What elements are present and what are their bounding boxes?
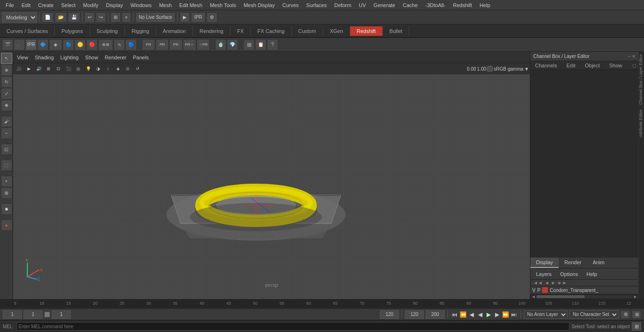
workspace-selector[interactable]: Modeling: [2, 12, 37, 23]
shelf-rs-bowl[interactable]: 🍵: [215, 39, 226, 50]
layer-horizontal-scrollbar[interactable]: ◄ ►: [530, 294, 638, 299]
range-max-input[interactable]: [426, 310, 445, 319]
vp-cam-icon[interactable]: 🎥: [14, 64, 24, 73]
menu-file[interactable]: File: [2, 1, 18, 9]
vp-menu-view[interactable]: View: [15, 54, 30, 61]
mel-input[interactable]: [17, 322, 570, 331]
rotate-tool-btn[interactable]: ↻: [1, 76, 12, 88]
vp-wire-icon[interactable]: ⊡: [54, 64, 63, 73]
tab-redshift[interactable]: Redshift: [350, 26, 383, 36]
vp-shadow-icon[interactable]: ◑: [93, 64, 103, 73]
shelf-pr-btn-2[interactable]: PR: [156, 39, 169, 50]
universal-tool-btn[interactable]: ✥: [1, 100, 12, 111]
shelf-btn-9[interactable]: ≋≋: [98, 39, 113, 50]
menu-help[interactable]: Help: [476, 1, 494, 9]
tab-xgen[interactable]: XGen: [323, 26, 350, 36]
tab-rendering[interactable]: Rendering: [193, 26, 231, 36]
menu-curves[interactable]: Curves: [279, 1, 303, 9]
shelf-pr-btn-1[interactable]: PR: [142, 39, 155, 50]
menu-3dtoall[interactable]: -3DtoAll-: [421, 1, 449, 9]
frame-current-input[interactable]: [24, 310, 42, 319]
ipr-btn[interactable]: IPR: [191, 12, 206, 23]
select-tool-btn[interactable]: ↖: [1, 53, 12, 64]
colorspace-dropdown-icon[interactable]: ▼: [524, 66, 529, 72]
vp-menu-lighting[interactable]: Lighting: [58, 54, 81, 61]
vp-light-icon[interactable]: 💡: [83, 64, 93, 73]
scale-tool-btn[interactable]: ⤢: [1, 88, 12, 99]
history-btn[interactable]: ⏺: [1, 203, 12, 215]
pb-play-btn[interactable]: ▶: [485, 311, 492, 318]
live-surface-btn[interactable]: No Live Surface: [135, 12, 175, 23]
grid-snap-btn[interactable]: ⊞: [1, 187, 12, 199]
bottom-tool-btn[interactable]: 🔺: [1, 219, 12, 231]
menu-mesh-tools[interactable]: Mesh Tools: [206, 1, 239, 9]
scroll-track[interactable]: [537, 295, 632, 298]
cb-tab-show[interactable]: Show: [604, 61, 627, 70]
show-hide-btn[interactable]: ◱: [1, 144, 12, 155]
snap-btn[interactable]: +: [1, 176, 12, 187]
tab-custom[interactable]: Custom: [292, 26, 323, 36]
menu-select[interactable]: Select: [58, 1, 80, 9]
open-file-btn[interactable]: 📂: [55, 12, 67, 23]
pb-step-back-btn[interactable]: ◀: [468, 311, 475, 318]
menu-uv[interactable]: UV: [355, 1, 370, 9]
dra-tab-display[interactable]: Display: [530, 258, 559, 268]
layer-scroll-left2[interactable]: ◄: [544, 280, 550, 285]
shelf-btn-3[interactable]: IPR: [25, 39, 37, 50]
pb-prev-key-btn[interactable]: ⏪: [459, 311, 467, 318]
shelf-btn-11[interactable]: 🔵: [125, 39, 137, 50]
menu-edit-mesh[interactable]: Edit Mesh: [175, 1, 206, 9]
shelf-btn-5[interactable]: ◈: [49, 39, 62, 50]
shelf-btn-6[interactable]: 🔵: [63, 39, 74, 50]
shelf-node-btn[interactable]: ▤: [243, 39, 255, 50]
pb-play-back-btn[interactable]: ◀: [476, 311, 484, 318]
frame-end-input[interactable]: [380, 310, 399, 319]
vp-solid-icon[interactable]: ⬛: [64, 64, 73, 73]
vp-menu-panels[interactable]: Panels: [131, 54, 151, 61]
vp-menu-renderer[interactable]: Renderer: [103, 54, 128, 61]
menu-mesh[interactable]: Mesh: [155, 1, 175, 9]
shelf-btn-7[interactable]: 🟡: [74, 39, 86, 50]
tab-animation[interactable]: Animation: [156, 26, 193, 36]
vp-smooth-icon[interactable]: ◎: [74, 64, 83, 73]
paint-tool-btn[interactable]: 🖌: [1, 116, 12, 127]
scroll-right-arrow[interactable]: ►: [633, 294, 637, 299]
tab-polygons[interactable]: Polygons: [55, 26, 90, 36]
layer-scroll-right2[interactable]: ►►: [557, 280, 568, 285]
viewport-content[interactable]: X Y Z persp: [13, 74, 530, 299]
tab-rigging[interactable]: Rigging: [125, 26, 156, 36]
new-file-btn[interactable]: 📄: [41, 12, 54, 23]
tab-sculpting[interactable]: Sculpting: [90, 26, 125, 36]
frame-start-input[interactable]: [3, 310, 22, 319]
char-set-select[interactable]: No Character Set: [570, 310, 619, 319]
pb-end-btn[interactable]: ⏭: [510, 311, 518, 318]
vp-refresh-icon[interactable]: ↺: [133, 64, 142, 73]
layers-help-tab[interactable]: Help: [583, 270, 601, 278]
layers-options-tab[interactable]: Options: [556, 270, 582, 278]
viewport-3d[interactable]: View Shading Lighting Show Renderer Pane…: [13, 52, 530, 299]
sculpt-btn[interactable]: ~: [1, 128, 12, 139]
layer-scroll-right[interactable]: ►: [550, 280, 557, 285]
menu-display[interactable]: Display: [102, 1, 127, 9]
shelf-pr-btn-5[interactable]: ↔PR: [197, 39, 210, 50]
menu-cache[interactable]: Cache: [399, 1, 421, 9]
dra-tab-render[interactable]: Render: [559, 258, 587, 268]
shelf-rs-crystal[interactable]: 💎: [227, 39, 238, 50]
cb-corner-btn[interactable]: ⬡: [632, 63, 636, 68]
shelf-log-btn[interactable]: 📋: [255, 39, 266, 50]
anim-settings-btn[interactable]: ⚙: [620, 310, 630, 319]
cb-tab-object[interactable]: Object: [580, 61, 604, 70]
menu-deform[interactable]: Deform: [330, 1, 355, 9]
cb-tab-edit[interactable]: Edit: [561, 61, 580, 70]
side-tab-channel-box[interactable]: Channel Box / Layer Editor: [639, 52, 644, 107]
save-file-btn[interactable]: 💾: [68, 12, 80, 23]
tab-fx[interactable]: FX: [231, 26, 251, 36]
frame-slider-thumb[interactable]: [44, 312, 50, 317]
marquee-select-btn[interactable]: ⬚: [1, 160, 12, 171]
move-tool-btn[interactable]: ⊕: [1, 65, 12, 76]
tab-bullet[interactable]: Bullet: [383, 26, 410, 36]
cb-tab-channels[interactable]: Channels: [530, 61, 561, 70]
status-bar-icon[interactable]: ⊞: [632, 322, 641, 331]
pb-rewind-btn[interactable]: ⏮: [451, 311, 458, 318]
cb-minimize-icon[interactable]: ─: [627, 54, 631, 59]
